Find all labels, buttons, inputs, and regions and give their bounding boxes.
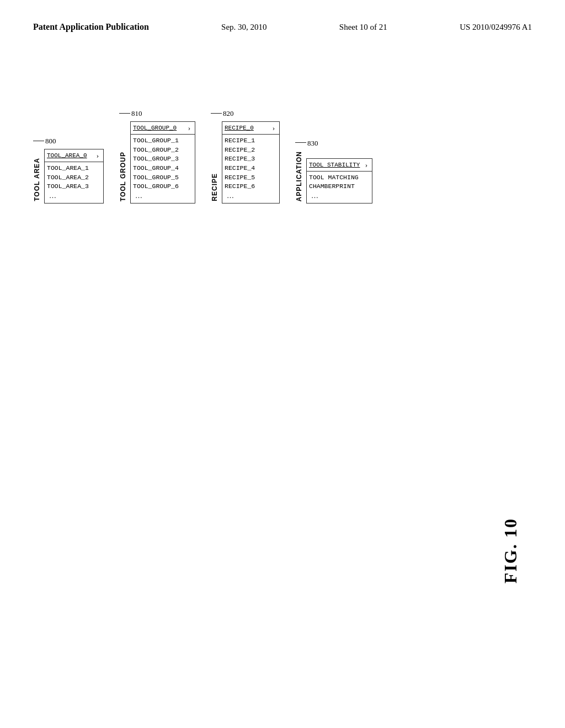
list-item-820-5[interactable]: RECIPE_6 bbox=[225, 182, 276, 191]
list-item-800-1[interactable]: TOOL_AREA_2 bbox=[47, 173, 100, 183]
list-ellipsis-800: … bbox=[47, 191, 100, 200]
list-item-810-1[interactable]: TOOL_GROUP_2 bbox=[133, 146, 191, 155]
panel-830-header[interactable]: TOOL STABILITY › bbox=[307, 159, 372, 172]
bracket-line-800 bbox=[33, 141, 44, 141]
panel-810-box[interactable]: TOOL_GROUP_0 › TOOL_GROUP_1 TOOL_GROUP_2… bbox=[130, 121, 195, 204]
ref-num-810: 810 bbox=[131, 109, 142, 118]
header-title: Patent Application Publication bbox=[33, 22, 149, 32]
panel-830-title: APPLICATION bbox=[295, 151, 303, 201]
bracket-line-820 bbox=[211, 113, 222, 114]
list-item-820-2[interactable]: RECIPE_3 bbox=[225, 154, 276, 164]
panel-810-label: 810 bbox=[119, 109, 142, 118]
ref-num-800: 800 bbox=[45, 137, 56, 146]
page-header: Patent Application Publication Sep. 30, … bbox=[0, 0, 565, 43]
panel-800-label: 800 bbox=[33, 137, 56, 146]
panel-800-title: TOOL AREA bbox=[33, 158, 41, 201]
list-ellipsis-830: … bbox=[309, 191, 369, 200]
list-item-810-4[interactable]: TOOL_GROUP_5 bbox=[133, 173, 191, 183]
panel-800: 800 TOOL AREA TOOL_AREA_0 › TOOL_AREA_1 … bbox=[33, 137, 104, 204]
panel-820-header[interactable]: RECIPE_0 › bbox=[222, 122, 279, 135]
ref-num-820: 820 bbox=[223, 109, 234, 118]
panel-830-list: TOOL MATCHING CHAMBERPRINT … bbox=[307, 172, 372, 203]
panel-800-box[interactable]: TOOL_AREA_0 › TOOL_AREA_1 TOOL_AREA_2 TO… bbox=[44, 149, 104, 204]
header-patent: US 2010/0249976 A1 bbox=[460, 23, 532, 32]
list-item-810-5[interactable]: TOOL_GROUP_6 bbox=[133, 182, 191, 191]
panel-810-header[interactable]: TOOL_GROUP_0 › bbox=[131, 122, 195, 135]
panel-800-arrow: › bbox=[97, 151, 99, 160]
panel-830-label: 830 bbox=[295, 139, 318, 148]
panel-810-arrow: › bbox=[188, 124, 190, 132]
list-item-820-4[interactable]: RECIPE_5 bbox=[225, 173, 276, 183]
panel-800-header[interactable]: TOOL_AREA_0 › bbox=[45, 149, 103, 162]
diagram-area: FIG. 10 800 TOOL AREA TOOL_AREA_0 › bbox=[0, 43, 565, 694]
panel-820-title: RECIPE bbox=[211, 173, 218, 201]
panel-820: 820 RECIPE RECIPE_0 › RECIPE_1 RECIPE_2 … bbox=[211, 109, 280, 204]
list-item-830-1[interactable]: CHAMBERPRINT bbox=[309, 182, 369, 191]
panel-800-selected: TOOL_AREA_0 bbox=[47, 152, 87, 159]
panel-830-box[interactable]: TOOL STABILITY › TOOL MATCHING CHAMBERPR… bbox=[306, 158, 372, 204]
header-date: Sep. 30, 2010 bbox=[221, 23, 267, 32]
list-item-820-1[interactable]: RECIPE_2 bbox=[225, 146, 276, 155]
list-item-800-2[interactable]: TOOL_AREA_3 bbox=[47, 182, 100, 191]
panel-800-list: TOOL_AREA_1 TOOL_AREA_2 TOOL_AREA_3 … bbox=[45, 162, 103, 203]
panel-820-label: 820 bbox=[211, 109, 234, 118]
panel-820-list: RECIPE_1 RECIPE_2 RECIPE_3 RECIPE_4 RECI… bbox=[222, 135, 279, 203]
list-item-810-3[interactable]: TOOL_GROUP_4 bbox=[133, 164, 191, 173]
panel-810-title: TOOL GROUP bbox=[119, 152, 127, 201]
panel-830: 830 APPLICATION TOOL STABILITY › TOOL MA… bbox=[295, 139, 372, 204]
panel-810-selected: TOOL_GROUP_0 bbox=[133, 125, 177, 131]
panel-830-selected: TOOL STABILITY bbox=[309, 162, 360, 168]
list-item-830-0[interactable]: TOOL MATCHING bbox=[309, 173, 369, 183]
list-item-820-3[interactable]: RECIPE_4 bbox=[225, 164, 276, 173]
panel-810: 810 TOOL GROUP TOOL_GROUP_0 › TOOL_GROUP… bbox=[119, 109, 195, 204]
fig-label: FIG. 10 bbox=[500, 518, 521, 584]
ref-num-830: 830 bbox=[307, 139, 318, 148]
header-sheet: Sheet 10 of 21 bbox=[339, 23, 387, 32]
bracket-line-830 bbox=[295, 142, 306, 143]
list-ellipsis-810: … bbox=[133, 191, 191, 200]
list-ellipsis-820: … bbox=[225, 191, 276, 200]
list-item-810-0[interactable]: TOOL_GROUP_1 bbox=[133, 136, 191, 146]
list-item-810-2[interactable]: TOOL_GROUP_3 bbox=[133, 154, 191, 164]
bracket-line-810 bbox=[119, 113, 130, 114]
panel-820-box[interactable]: RECIPE_0 › RECIPE_1 RECIPE_2 RECIPE_3 RE… bbox=[222, 121, 280, 204]
list-item-820-0[interactable]: RECIPE_1 bbox=[225, 136, 276, 146]
panels-container: 800 TOOL AREA TOOL_AREA_0 › TOOL_AREA_1 … bbox=[33, 109, 372, 204]
panel-820-arrow: › bbox=[273, 124, 275, 132]
panel-830-arrow: › bbox=[365, 160, 367, 169]
panel-810-list: TOOL_GROUP_1 TOOL_GROUP_2 TOOL_GROUP_3 T… bbox=[131, 135, 195, 203]
panel-820-selected: RECIPE_0 bbox=[225, 125, 254, 131]
list-item-800-0[interactable]: TOOL_AREA_1 bbox=[47, 164, 100, 173]
